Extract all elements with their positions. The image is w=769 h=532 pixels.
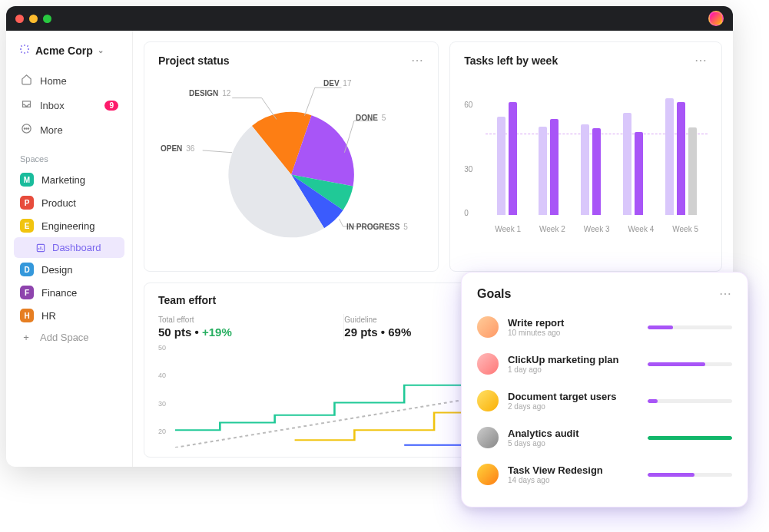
svg-point-2 xyxy=(25,128,26,129)
nav-home[interactable]: Home xyxy=(14,68,124,93)
goal-title: Task View Redesign xyxy=(508,464,638,476)
bar xyxy=(497,117,505,215)
avatar xyxy=(477,390,499,411)
goal-row[interactable]: Task View Redesign 14 days ago xyxy=(477,456,732,493)
x-tick: Week 1 xyxy=(495,225,521,233)
card-more-icon[interactable]: ⋯ xyxy=(719,286,732,301)
y-tick: 50 xyxy=(158,344,166,352)
goals-card: Goals ⋯ Write report 10 minutes ago Clic… xyxy=(461,272,748,507)
goal-time: 1 day ago xyxy=(508,365,638,374)
goal-info: Analytics audit 5 days ago xyxy=(508,428,638,448)
bar xyxy=(677,102,685,215)
y-tick: 40 xyxy=(158,372,166,379)
pie-chart: DEV 17 DONE 5 IN PROGRESS 5 OPEN 36 DESI… xyxy=(158,75,424,259)
nav-label: Inbox xyxy=(40,100,65,111)
goal-row[interactable]: Document target users 2 days ago xyxy=(477,382,732,419)
sidebar-dashboard[interactable]: Dashboard xyxy=(14,237,124,258)
card-title: Team effort xyxy=(158,294,216,306)
goal-title: Write report xyxy=(508,317,638,329)
bar-group xyxy=(665,83,697,215)
sidebar-space-engineering[interactable]: EEngineering xyxy=(14,214,124,237)
space-icon: M xyxy=(20,173,34,187)
space-label: Marketing xyxy=(41,174,85,186)
goal-title: ClickUp marketing plan xyxy=(508,354,638,365)
y-tick: 60 xyxy=(464,100,472,108)
user-avatar[interactable] xyxy=(708,11,724,26)
bar xyxy=(688,127,697,215)
goal-row[interactable]: Write report 10 minutes ago xyxy=(477,309,732,345)
card-more-icon[interactable]: ⋯ xyxy=(694,53,708,68)
metric-value: 50 pts • +19% xyxy=(158,325,330,339)
nav-label: Home xyxy=(40,75,67,87)
sidebar-space-product[interactable]: PProduct xyxy=(14,191,124,214)
inbox-icon xyxy=(20,98,32,112)
y-tick: 30 xyxy=(464,164,472,173)
add-space-button[interactable]: + Add Space xyxy=(14,327,124,348)
space-icon: P xyxy=(20,196,34,210)
bar xyxy=(623,113,631,215)
progress-bar xyxy=(648,473,732,477)
card-more-icon[interactable]: ⋯ xyxy=(411,53,424,68)
goal-info: Document target users 2 days ago xyxy=(508,391,638,411)
space-label: Engineering xyxy=(41,220,94,232)
goal-time: 5 days ago xyxy=(508,439,638,448)
goal-row[interactable]: Analytics audit 5 days ago xyxy=(477,419,732,456)
y-tick: 20 xyxy=(158,428,166,435)
sidebar: Acme Corp ⌄ Home Inbox 9 More Spaces MMa… xyxy=(6,31,133,467)
y-tick: 0 xyxy=(464,209,469,217)
pie-label-design: DESIGN 12 xyxy=(189,89,230,97)
nav-more[interactable]: More xyxy=(14,117,124,142)
goal-time: 2 days ago xyxy=(508,402,638,411)
spaces-label: Spaces xyxy=(20,154,124,164)
avatar xyxy=(477,464,499,485)
goal-time: 10 minutes ago xyxy=(508,329,638,337)
space-label: Design xyxy=(41,264,72,276)
plus-icon: + xyxy=(20,332,32,343)
sidebar-space-finance[interactable]: FFinance xyxy=(14,281,124,304)
bar xyxy=(592,128,601,215)
dashboard-label: Dashboard xyxy=(52,242,101,253)
x-tick: Week 4 xyxy=(628,225,655,233)
inbox-badge: 9 xyxy=(104,101,118,111)
goal-title: Analytics audit xyxy=(508,428,638,439)
goal-info: Task View Redesign 14 days ago xyxy=(508,464,638,484)
progress-bar xyxy=(648,436,732,440)
metric-label: Total effort xyxy=(158,316,330,324)
space-icon: H xyxy=(20,309,34,322)
workspace-icon xyxy=(18,43,31,58)
close-window-icon[interactable] xyxy=(15,15,24,23)
sidebar-space-marketing[interactable]: MMarketing xyxy=(14,168,124,191)
space-icon: E xyxy=(20,219,34,233)
sidebar-space-hr[interactable]: HHR xyxy=(14,304,124,327)
goal-row[interactable]: ClickUp marketing plan 1 day ago xyxy=(477,345,732,382)
minimize-window-icon[interactable] xyxy=(29,15,38,23)
pie-label-open: OPEN 36 xyxy=(161,144,194,153)
pie-label-dev: DEV 17 xyxy=(323,79,351,88)
workspace-switcher[interactable]: Acme Corp ⌄ xyxy=(14,40,124,61)
space-icon: F xyxy=(20,286,34,299)
home-icon xyxy=(20,74,32,88)
bar xyxy=(539,127,547,215)
card-title: Tasks left by week xyxy=(464,55,558,67)
goal-info: Write report 10 minutes ago xyxy=(508,317,638,337)
nav-label: More xyxy=(40,124,63,136)
bar xyxy=(509,102,517,215)
avatar xyxy=(477,353,499,375)
bar-group xyxy=(497,83,517,215)
bar xyxy=(550,119,559,215)
avatar xyxy=(477,316,499,338)
tasks-left-card: Tasks left by week ⋯ 60 30 0 Week 1Week … xyxy=(449,41,722,272)
pie-label-done: DONE 5 xyxy=(356,114,386,122)
goal-title: Document target users xyxy=(508,391,638,402)
bar-group xyxy=(539,83,559,215)
sidebar-space-design[interactable]: DDesign xyxy=(14,258,124,281)
svg-point-1 xyxy=(24,128,25,129)
card-title: Goals xyxy=(477,287,511,301)
pie-label-inprogress: IN PROGRESS 5 xyxy=(346,223,408,231)
nav-inbox[interactable]: Inbox 9 xyxy=(14,93,124,117)
titlebar xyxy=(6,6,733,31)
maximize-window-icon[interactable] xyxy=(43,15,51,23)
x-tick: Week 3 xyxy=(584,225,610,233)
x-tick: Week 5 xyxy=(672,225,698,233)
space-label: Finance xyxy=(41,287,77,299)
